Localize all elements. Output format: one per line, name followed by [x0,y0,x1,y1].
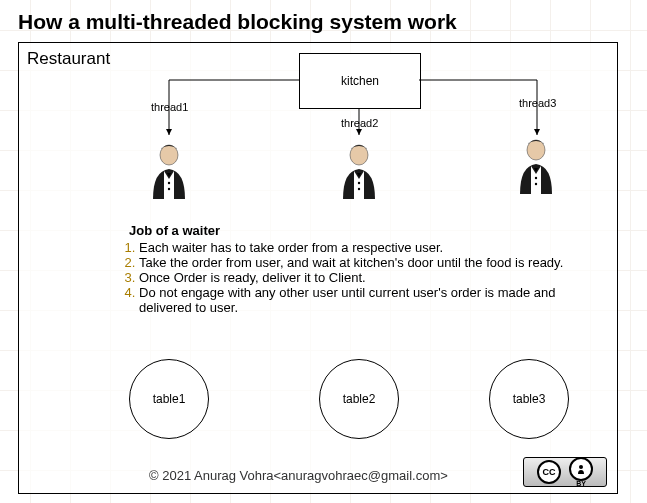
table-label: table2 [343,392,376,406]
waiter-icon [147,143,191,199]
thread1-label: thread1 [151,101,188,113]
svg-point-1 [168,182,170,184]
svg-point-3 [350,145,368,165]
job-step: Take the order from user, and wait at ki… [139,255,579,270]
by-label: BY [569,480,593,487]
table-label: table3 [513,392,546,406]
thread3-label: thread3 [519,97,556,109]
svg-point-9 [579,465,583,469]
svg-point-0 [160,145,178,165]
copyright-text: © 2021 Anurag Vohra<anuragvohraec@gmail.… [149,468,448,483]
waiter-icon [514,138,558,194]
svg-point-8 [535,183,537,185]
cc-icon: CC [537,460,561,484]
page-title: How a multi-threaded blocking system wor… [18,10,637,34]
cc-license-badge: CC BY [523,457,607,487]
job-step: Each waiter has to take order from a res… [139,240,579,255]
svg-point-5 [358,188,360,190]
kitchen-label: kitchen [341,74,379,88]
table3-circle: table3 [489,359,569,439]
job-title: Job of a waiter [129,223,579,238]
table2-circle: table2 [319,359,399,439]
person-icon [569,457,593,481]
frame-label: Restaurant [27,49,110,69]
svg-point-2 [168,188,170,190]
svg-point-4 [358,182,360,184]
thread2-label: thread2 [341,117,378,129]
svg-point-6 [527,140,545,160]
job-step: Do not engage with any other user until … [139,285,579,315]
diagram-frame: Restaurant kitchen thread1 thread2 threa… [18,42,618,494]
table1-circle: table1 [129,359,209,439]
job-description: Job of a waiter Each waiter has to take … [119,223,579,315]
waiter-icon [337,143,381,199]
kitchen-box: kitchen [299,53,421,109]
table-label: table1 [153,392,186,406]
job-step: Once Order is ready, deliver it to Clien… [139,270,579,285]
svg-point-7 [535,177,537,179]
